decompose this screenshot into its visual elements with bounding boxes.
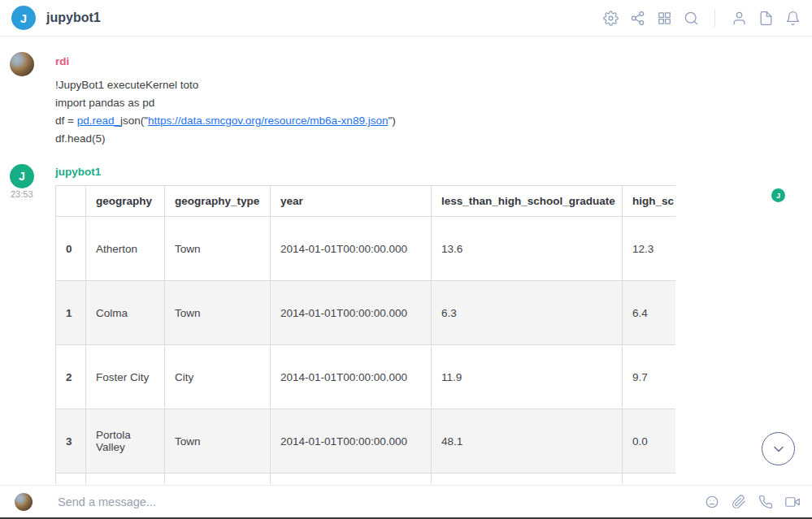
inline-link[interactable]: pd.read_ [77,115,120,127]
channel-avatar[interactable]: J [11,6,36,30]
column-header: year [271,186,432,217]
message-list[interactable]: rdi !JupyBot1 executeKernel totoimport p… [0,37,812,485]
row-index-cell: 0 [56,217,86,281]
jump-to-bottom-button[interactable] [762,432,795,465]
table-row: 3Portola ValleyTown2014-01-01T00:00:00.0… [56,409,676,474]
file-icon[interactable] [758,10,774,26]
message-text: import pandas as pd [55,97,154,109]
message-composer [0,485,812,517]
table-cell: 2014-01-01T00:00:00.000 [271,345,432,409]
settings-icon[interactable] [602,10,619,26]
table-cell: Portola Valley [86,409,165,474]
table-cell: 11.9 [432,345,623,409]
bell-icon[interactable] [784,10,801,26]
message-text: df = [55,115,77,127]
chevron-down-icon [771,441,787,457]
paperclip-icon[interactable] [731,494,747,510]
composer-actions [704,494,801,510]
table-cell: 13.6 [432,217,623,281]
user-icon[interactable] [731,10,747,26]
table-header-row: geographygeography_typeyearless_than_hig… [56,186,676,217]
message-text: !JupyBot1 executeKernel toto [55,79,198,91]
inline-link[interactable]: https://data.smcgov.org/resource/mb6a-xn… [148,115,388,127]
table-cell: Colma [86,281,165,345]
message-line: df = pd.read_json("https://data.smcgov.o… [55,112,754,130]
table-cell: City [165,345,271,409]
table-cell: 2014-01-01T00:00:00.000 [271,409,432,474]
table-cell [165,474,271,485]
search-icon[interactable] [683,10,699,26]
share-icon[interactable] [629,10,645,26]
column-header: geography_type [165,186,271,217]
table-row-partial [56,474,676,485]
message-text: ") [388,115,395,127]
table-cell: Town [165,217,271,281]
message-text: df.head(5) [55,132,106,145]
table-cell: 2014-01-01T00:00:00.000 [271,217,432,281]
author-name-jupybot1[interactable]: jupybot1 [55,166,101,178]
table-cell: 9.7 [623,345,676,409]
message-rdi: rdi !JupyBot1 executeKernel totoimport p… [55,55,754,148]
dataframe-table: geographygeography_typeyearless_than_hig… [55,185,675,484]
video-icon[interactable] [784,494,801,510]
table-cell: 2014-01-01T00:00:00.000 [271,281,432,345]
header-divider [714,9,715,27]
message-line: import pandas as pd [55,94,754,112]
table-body: 0AthertonTown2014-01-01T00:00:00.00013.6… [56,217,676,485]
table-cell [432,474,623,485]
message-line: df.head(5) [55,130,754,148]
column-header: high_sc [623,186,676,217]
table-cell: 0.0 [623,409,676,474]
chat-window: J jupybot1 [0,0,812,519]
channel-header: J jupybot1 [0,0,812,37]
row-index-cell: 3 [56,409,86,474]
table-cell: Foster City [86,345,165,409]
message-timestamp: 23:53 [11,189,33,199]
column-header: geography [86,186,165,217]
column-header: less_than_high_school_graduate [432,186,623,217]
table-cell: 6.4 [623,281,676,345]
jupybot1-avatar[interactable]: J [10,164,34,188]
table-row: 0AthertonTown2014-01-01T00:00:00.00013.6… [56,217,676,281]
table-cell: Town [165,281,271,345]
table-cell [271,474,432,485]
unread-bot-badge[interactable]: J [771,188,785,202]
table-cell: 12.3 [623,217,676,281]
row-index-cell: 1 [56,281,86,345]
emoji-icon[interactable] [704,494,720,510]
author-name-rdi[interactable]: rdi [55,55,754,67]
message-text: json(" [120,115,148,127]
apps-grid-icon[interactable] [656,10,672,26]
table-cell: Atherton [86,217,165,281]
self-avatar [15,493,33,511]
table-cell [86,474,165,485]
table-cell [623,474,676,485]
table-cell: 6.3 [432,281,623,345]
table-row: 2Foster CityCity2014-01-01T00:00:00.0001… [56,345,676,409]
row-index-cell: 2 [56,345,86,409]
table-cell [56,474,86,485]
phone-icon[interactable] [758,494,774,510]
column-header [56,186,86,217]
rdi-avatar[interactable] [10,52,34,76]
table-cell: 48.1 [432,409,623,474]
table-cell: Town [165,409,271,474]
dataframe-table-wrapper[interactable]: geographygeography_typeyearless_than_hig… [55,185,675,484]
message-body: !JupyBot1 executeKernel totoimport panda… [55,76,754,148]
table-row: 1ColmaTown2014-01-01T00:00:00.0006.36.4 [56,281,676,345]
message-input[interactable] [58,495,704,508]
channel-title: jupybot1 [46,11,101,25]
message-line: !JupyBot1 executeKernel toto [55,76,754,94]
header-actions [602,9,801,27]
table-header-row: geographygeography_typeyearless_than_hig… [56,186,676,217]
